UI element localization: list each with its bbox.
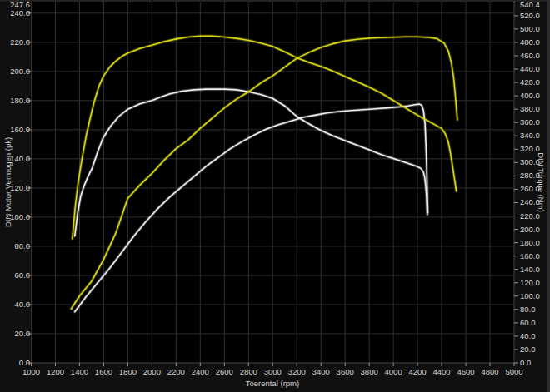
right-axis-title: DIN Torque (Nm) xyxy=(537,152,546,212)
chart-canvas xyxy=(0,0,550,392)
y-left-tick-label: 240.0 xyxy=(0,9,30,17)
left-axis-title: DIN Motor Vermogen (pk) xyxy=(3,137,12,227)
y-right-tick-label: 220.0 xyxy=(520,212,540,221)
dyno-chart: 247.6240.0220.0200.0180.0160.0140.0120.0… xyxy=(0,0,550,392)
x-tick-label: 4400 xyxy=(432,368,450,376)
x-tick-label: 4000 xyxy=(385,368,402,376)
y-right-tick-label: 200.0 xyxy=(520,226,540,234)
x-tick-label: 2400 xyxy=(192,368,209,376)
y-right-tick-label: 420.0 xyxy=(520,78,540,87)
y-right-tick-label: 0.0 xyxy=(520,359,531,367)
y-left-tick-label: 80.0 xyxy=(0,242,30,251)
y-left-tick-label: 160.0 xyxy=(0,126,30,134)
right-edge-strip xyxy=(547,0,550,392)
x-tick-label: 3600 xyxy=(337,368,354,376)
y-right-tick-label: 40.0 xyxy=(520,332,536,340)
x-tick-label: 3200 xyxy=(288,368,306,376)
y-right-tick-label: 360.0 xyxy=(520,118,540,127)
y-right-tick-label: 180.0 xyxy=(520,239,540,247)
x-axis-title: Toerental (rpm) xyxy=(246,379,299,388)
y-right-tick-label: 400.0 xyxy=(520,92,540,100)
x-tick-label: 1000 xyxy=(22,368,40,376)
y-right-tick-label: 160.0 xyxy=(520,252,540,261)
x-tick-label: 1200 xyxy=(47,368,64,376)
x-tick-label: 2800 xyxy=(240,368,258,376)
y-right-tick-label: 480.0 xyxy=(520,38,540,47)
x-tick-label: 2000 xyxy=(143,368,161,376)
y-left-tick-label: 20.0 xyxy=(0,330,30,338)
y-right-tick-label: 20.0 xyxy=(520,345,536,354)
y-right-tick-label: 440.0 xyxy=(520,65,540,73)
y-left-tick-label: 200.0 xyxy=(0,67,30,76)
y-right-tick-label: 80.0 xyxy=(520,305,536,314)
x-tick-label: 3400 xyxy=(312,368,330,376)
x-tick-label: 4800 xyxy=(481,368,498,376)
x-tick-label: 5000 xyxy=(505,368,522,376)
x-tick-label: 3000 xyxy=(264,368,282,376)
y-right-tick-label: 380.0 xyxy=(520,105,540,113)
y-right-tick-label: 460.0 xyxy=(520,52,540,60)
x-tick-label: 1400 xyxy=(71,368,88,376)
x-tick-label: 2200 xyxy=(168,368,185,376)
y-left-tick-label: 0.0 xyxy=(0,359,30,367)
x-tick-label: 4200 xyxy=(409,368,427,376)
y-right-tick-label: 60.0 xyxy=(520,319,536,327)
y-right-tick-label: 340.0 xyxy=(520,131,540,140)
y-right-tick-label: 140.0 xyxy=(520,265,540,274)
y-right-tick-label: 120.0 xyxy=(520,279,540,287)
x-tick-label: 3800 xyxy=(361,368,378,376)
x-tick-label: 1600 xyxy=(95,368,112,376)
y-right-tick-label: 500.0 xyxy=(520,25,540,33)
y-left-tick-label: 180.0 xyxy=(0,97,30,105)
x-tick-label: 1800 xyxy=(119,368,137,376)
y-right-tick-label: 520.0 xyxy=(520,12,540,20)
y-right-tick-label: 540.4 xyxy=(520,1,540,9)
y-left-tick-label: 60.0 xyxy=(0,271,30,280)
y-left-tick-label: 40.0 xyxy=(0,300,30,309)
y-left-tick-label: 220.0 xyxy=(0,38,30,47)
x-tick-label: 2600 xyxy=(216,368,233,376)
y-right-tick-label: 100.0 xyxy=(520,292,540,300)
x-tick-label: 4600 xyxy=(457,368,474,376)
